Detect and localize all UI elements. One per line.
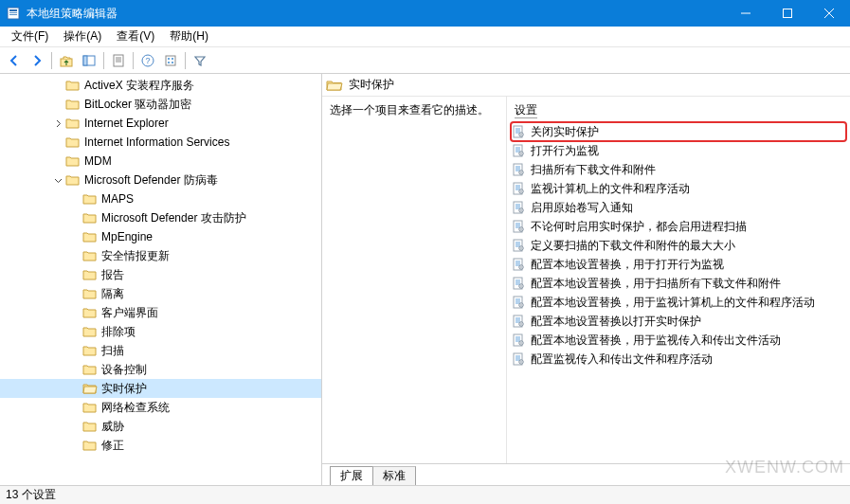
expander-blank xyxy=(68,287,81,300)
show-hide-tree-button[interactable] xyxy=(79,50,99,71)
menu-file[interactable]: 文件(F) xyxy=(4,27,56,46)
tree-label: Microsoft Defender 攻击防护 xyxy=(101,210,250,226)
status-text: 13 个设置 xyxy=(6,487,56,503)
tree-node[interactable]: 扫描 xyxy=(0,341,321,360)
svg-rect-10 xyxy=(83,56,87,65)
setting-item[interactable]: 配置本地设置替换，用于扫描所有下载文件和附件 xyxy=(511,274,846,293)
svg-rect-20 xyxy=(168,62,170,63)
svg-text:?: ? xyxy=(145,56,150,65)
setting-item[interactable]: 配置本地设置替换，用于监视计算机上的文件和程序活动 xyxy=(511,293,846,312)
tree-node[interactable]: 网络检查系统 xyxy=(0,398,321,417)
tree-node[interactable]: MAPS xyxy=(0,189,321,208)
setting-item[interactable]: 配置本地设置替换，用于监视传入和传出文件活动 xyxy=(511,331,846,350)
expander-icon[interactable] xyxy=(51,173,64,187)
expander-blank xyxy=(68,344,81,357)
tree-node[interactable]: ActiveX 安装程序服务 xyxy=(0,76,321,95)
view-tabs: 扩展 标准 xyxy=(322,464,850,485)
tree-node[interactable]: 威胁 xyxy=(0,417,321,436)
minimize-button[interactable] xyxy=(725,0,767,27)
expander-blank xyxy=(68,439,81,452)
tree-node[interactable]: 报告 xyxy=(0,265,321,284)
setting-item[interactable]: 配置本地设置替换以打开实时保护 xyxy=(511,312,846,331)
up-button[interactable] xyxy=(56,50,77,71)
folder-open-icon xyxy=(326,77,343,94)
tree-node[interactable]: 设备控制 xyxy=(0,360,321,379)
setting-label: 配置本地设置替换，用于监视传入和传出文件活动 xyxy=(531,333,781,349)
svg-point-39 xyxy=(520,171,522,173)
tree-node[interactable]: Internet Explorer xyxy=(0,114,321,133)
forward-button[interactable] xyxy=(27,50,47,71)
properties-button[interactable] xyxy=(108,50,129,71)
expander-blank xyxy=(68,211,81,225)
policy-template-button[interactable] xyxy=(160,50,181,71)
setting-label: 配置监视传入和传出文件和程序活动 xyxy=(531,351,713,368)
svg-point-87 xyxy=(520,323,522,325)
folder-icon xyxy=(65,154,81,168)
close-button[interactable] xyxy=(808,0,850,27)
tree-label: 设备控制 xyxy=(101,362,151,378)
help-button[interactable]: ? xyxy=(137,50,158,71)
filter-button[interactable] xyxy=(190,50,210,71)
folder-icon xyxy=(82,344,98,357)
tree-pane[interactable]: ActiveX 安装程序服务BitLocker 驱动器加密Internet Ex… xyxy=(0,74,322,485)
folder-icon xyxy=(82,325,98,338)
tab-standard[interactable]: 标准 xyxy=(372,466,416,485)
back-button[interactable] xyxy=(4,50,25,71)
description-panel: 选择一个项目来查看它的描述。 xyxy=(322,97,507,463)
setting-item[interactable]: 扫描所有下载文件和附件 xyxy=(511,160,846,179)
policy-icon xyxy=(511,333,526,348)
menu-action[interactable]: 操作(A) xyxy=(56,27,109,46)
tree-label: MAPS xyxy=(101,192,137,206)
tree-label: Microsoft Defender 防病毒 xyxy=(84,172,222,189)
setting-item[interactable]: 定义要扫描的下载文件和附件的最大大小 xyxy=(511,236,846,255)
setting-item[interactable]: 配置本地设置替换，用于打开行为监视 xyxy=(511,255,846,274)
tree-label: 修正 xyxy=(101,438,128,454)
tree-node[interactable]: 隔离 xyxy=(0,284,321,303)
tree-node[interactable]: BitLocker 驱动器加密 xyxy=(0,95,321,114)
policy-icon xyxy=(511,238,526,253)
tree-label: BitLocker 驱动器加密 xyxy=(84,97,195,113)
tree-node[interactable]: 客户端界面 xyxy=(0,303,321,322)
expander-blank xyxy=(68,268,81,281)
setting-item[interactable]: 打开行为监视 xyxy=(511,141,846,160)
maximize-button[interactable] xyxy=(767,0,808,27)
folder-icon xyxy=(82,268,98,281)
tree-label: 网络检查系统 xyxy=(101,400,173,416)
tree-node[interactable]: 修正 xyxy=(0,436,321,455)
tree-node[interactable]: Microsoft Defender 攻击防护 xyxy=(0,208,321,227)
expander-icon[interactable] xyxy=(51,117,64,130)
folder-icon xyxy=(82,211,98,225)
setting-item[interactable]: 监视计算机上的文件和程序活动 xyxy=(511,179,846,198)
menu-view[interactable]: 查看(V) xyxy=(109,27,162,46)
folder-icon xyxy=(82,287,98,300)
expander-blank xyxy=(68,382,81,395)
tree-node[interactable]: MpEngine xyxy=(0,227,321,246)
setting-label: 配置本地设置替换以打开实时保护 xyxy=(531,314,701,330)
tree-node[interactable]: Internet Information Services xyxy=(0,133,321,152)
settings-column-header[interactable]: 设置 xyxy=(507,97,850,120)
setting-item[interactable]: 配置监视传入和传出文件和程序活动 xyxy=(511,350,846,369)
policy-icon xyxy=(511,351,526,367)
folder-icon xyxy=(65,135,81,149)
svg-rect-21 xyxy=(172,62,173,63)
setting-item[interactable]: 启用原始卷写入通知 xyxy=(511,198,846,217)
policy-icon xyxy=(511,276,526,291)
setting-item[interactable]: 关闭实时保护 xyxy=(511,122,846,141)
tree-node[interactable]: MDM xyxy=(0,152,321,171)
details-header-text: 实时保护 xyxy=(349,77,394,93)
folder-icon xyxy=(82,382,98,395)
setting-label: 启用原始卷写入通知 xyxy=(531,200,633,216)
settings-list[interactable]: 关闭实时保护打开行为监视扫描所有下载文件和附件监视计算机上的文件和程序活动启用原… xyxy=(507,120,850,463)
policy-icon xyxy=(511,162,526,177)
tree-node[interactable]: 安全情报更新 xyxy=(0,246,321,265)
setting-item[interactable]: 不论何时启用实时保护，都会启用进程扫描 xyxy=(511,217,846,236)
menu-help[interactable]: 帮助(H) xyxy=(162,27,216,46)
setting-label: 不论何时启用实时保护，都会启用进程扫描 xyxy=(531,219,747,235)
policy-icon xyxy=(511,181,526,196)
tree-node[interactable]: 排除项 xyxy=(0,322,321,341)
tab-extended[interactable]: 扩展 xyxy=(330,466,373,485)
policy-icon xyxy=(511,295,526,310)
expander-blank xyxy=(68,401,81,414)
tree-node[interactable]: Microsoft Defender 防病毒 xyxy=(0,171,321,189)
tree-node[interactable]: 实时保护 xyxy=(0,379,321,398)
